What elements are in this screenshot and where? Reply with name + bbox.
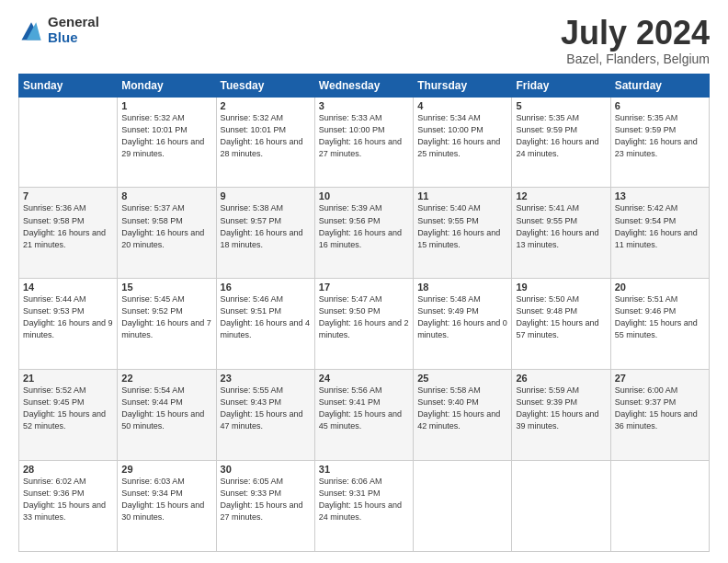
- logo-blue: Blue: [48, 30, 99, 46]
- day-number: 14: [23, 282, 113, 293]
- day-cell: 24 Sunrise: 5:56 AMSunset: 9:41 PMDaylig…: [314, 370, 413, 461]
- day-info: Sunrise: 5:58 AMSunset: 9:40 PMDaylight:…: [417, 385, 507, 432]
- day-info: Sunrise: 5:34 AMSunset: 10:00 PMDaylight…: [417, 112, 507, 160]
- day-number: 19: [516, 282, 606, 293]
- day-cell: 17 Sunrise: 5:47 AMSunset: 9:50 PMDaylig…: [314, 279, 413, 370]
- day-cell: 11 Sunrise: 5:40 AMSunset: 9:55 PMDaylig…: [414, 188, 512, 279]
- day-number: 29: [121, 464, 211, 475]
- day-cell: 29 Sunrise: 6:03 AMSunset: 9:34 PMDaylig…: [118, 461, 216, 552]
- day-cell: 27 Sunrise: 6:00 AMSunset: 9:37 PMDaylig…: [610, 370, 709, 461]
- col-header-sunday: Sunday: [19, 74, 118, 97]
- header: General Blue July 2024 Bazel, Flanders, …: [18, 15, 710, 66]
- day-number: 11: [417, 190, 507, 201]
- day-cell: [610, 461, 709, 552]
- day-info: Sunrise: 5:47 AMSunset: 9:50 PMDaylight:…: [319, 293, 409, 341]
- page: General Blue July 2024 Bazel, Flanders, …: [0, 0, 728, 563]
- calendar-table: SundayMondayTuesdayWednesdayThursdayFrid…: [18, 74, 710, 552]
- day-number: 25: [417, 373, 507, 384]
- day-number: 5: [516, 100, 606, 111]
- day-info: Sunrise: 5:45 AMSunset: 9:52 PMDaylight:…: [121, 293, 211, 341]
- day-cell: 10 Sunrise: 5:39 AMSunset: 9:56 PMDaylig…: [314, 188, 413, 279]
- day-info: Sunrise: 6:00 AMSunset: 9:37 PMDaylight:…: [615, 385, 705, 432]
- day-info: Sunrise: 6:06 AMSunset: 9:31 PMDaylight:…: [319, 476, 409, 523]
- day-cell: 9 Sunrise: 5:38 AMSunset: 9:57 PMDayligh…: [216, 188, 314, 279]
- col-header-monday: Monday: [118, 74, 216, 97]
- day-cell: 4 Sunrise: 5:34 AMSunset: 10:00 PMDaylig…: [414, 97, 512, 188]
- day-info: Sunrise: 5:54 AMSunset: 9:44 PMDaylight:…: [121, 385, 211, 432]
- day-info: Sunrise: 5:56 AMSunset: 9:41 PMDaylight:…: [319, 385, 409, 432]
- day-number: 26: [516, 373, 606, 384]
- day-info: Sunrise: 6:05 AMSunset: 9:33 PMDaylight:…: [221, 476, 311, 523]
- col-header-saturday: Saturday: [610, 74, 709, 97]
- day-cell: 22 Sunrise: 5:54 AMSunset: 9:44 PMDaylig…: [118, 370, 216, 461]
- day-info: Sunrise: 5:37 AMSunset: 9:58 PMDaylight:…: [121, 202, 211, 250]
- logo: General Blue: [18, 15, 99, 45]
- day-number: 22: [121, 373, 211, 384]
- day-number: 31: [319, 464, 409, 475]
- day-cell: 23 Sunrise: 5:55 AMSunset: 9:43 PMDaylig…: [216, 370, 314, 461]
- day-cell: 2 Sunrise: 5:32 AMSunset: 10:01 PMDaylig…: [216, 97, 314, 188]
- week-row-4: 21 Sunrise: 5:52 AMSunset: 9:45 PMDaylig…: [19, 370, 710, 461]
- day-info: Sunrise: 5:44 AMSunset: 9:53 PMDaylight:…: [23, 293, 113, 341]
- day-cell: 12 Sunrise: 5:41 AMSunset: 9:55 PMDaylig…: [512, 188, 610, 279]
- col-header-tuesday: Tuesday: [216, 74, 314, 97]
- day-info: Sunrise: 5:32 AMSunset: 10:01 PMDaylight…: [221, 112, 311, 160]
- day-number: 9: [221, 190, 311, 201]
- location-subtitle: Bazel, Flanders, Belgium: [561, 52, 710, 66]
- day-info: Sunrise: 5:46 AMSunset: 9:51 PMDaylight:…: [221, 293, 311, 341]
- week-row-2: 7 Sunrise: 5:36 AMSunset: 9:58 PMDayligh…: [19, 188, 710, 279]
- day-cell: [19, 97, 118, 188]
- day-info: Sunrise: 5:40 AMSunset: 9:55 PMDaylight:…: [417, 202, 507, 250]
- day-info: Sunrise: 5:51 AMSunset: 9:46 PMDaylight:…: [615, 293, 705, 341]
- day-number: 8: [121, 190, 211, 201]
- day-number: 20: [615, 282, 705, 293]
- day-cell: 26 Sunrise: 5:59 AMSunset: 9:39 PMDaylig…: [512, 370, 610, 461]
- day-cell: 7 Sunrise: 5:36 AMSunset: 9:58 PMDayligh…: [19, 188, 118, 279]
- day-info: Sunrise: 5:55 AMSunset: 9:43 PMDaylight:…: [221, 385, 311, 432]
- day-cell: 3 Sunrise: 5:33 AMSunset: 10:00 PMDaylig…: [314, 97, 413, 188]
- month-year-title: July 2024: [561, 15, 710, 52]
- day-number: 2: [221, 100, 311, 111]
- header-row: SundayMondayTuesdayWednesdayThursdayFrid…: [19, 74, 710, 97]
- day-cell: 28 Sunrise: 6:02 AMSunset: 9:36 PMDaylig…: [19, 461, 118, 552]
- day-cell: 16 Sunrise: 5:46 AMSunset: 9:51 PMDaylig…: [216, 279, 314, 370]
- day-info: Sunrise: 5:59 AMSunset: 9:39 PMDaylight:…: [516, 385, 606, 432]
- logo-general: General: [48, 15, 99, 30]
- day-number: 18: [417, 282, 507, 293]
- day-cell: 30 Sunrise: 6:05 AMSunset: 9:33 PMDaylig…: [216, 461, 314, 552]
- day-cell: 25 Sunrise: 5:58 AMSunset: 9:40 PMDaylig…: [414, 370, 512, 461]
- logo-text: General Blue: [48, 15, 99, 45]
- day-cell: 14 Sunrise: 5:44 AMSunset: 9:53 PMDaylig…: [19, 279, 118, 370]
- day-number: 3: [319, 100, 409, 111]
- day-number: 12: [516, 190, 606, 201]
- day-cell: 5 Sunrise: 5:35 AMSunset: 9:59 PMDayligh…: [512, 97, 610, 188]
- day-cell: 8 Sunrise: 5:37 AMSunset: 9:58 PMDayligh…: [118, 188, 216, 279]
- day-info: Sunrise: 5:33 AMSunset: 10:00 PMDaylight…: [319, 112, 409, 160]
- day-cell: [414, 461, 512, 552]
- day-info: Sunrise: 6:03 AMSunset: 9:34 PMDaylight:…: [121, 476, 211, 523]
- day-cell: 6 Sunrise: 5:35 AMSunset: 9:59 PMDayligh…: [610, 97, 709, 188]
- day-info: Sunrise: 5:38 AMSunset: 9:57 PMDaylight:…: [221, 202, 311, 250]
- day-info: Sunrise: 5:35 AMSunset: 9:59 PMDaylight:…: [516, 112, 606, 160]
- logo-icon: [18, 17, 44, 43]
- day-number: 6: [615, 100, 705, 111]
- day-number: 21: [23, 373, 113, 384]
- day-number: 4: [417, 100, 507, 111]
- day-info: Sunrise: 5:48 AMSunset: 9:49 PMDaylight:…: [417, 293, 507, 341]
- day-cell: 15 Sunrise: 5:45 AMSunset: 9:52 PMDaylig…: [118, 279, 216, 370]
- week-row-3: 14 Sunrise: 5:44 AMSunset: 9:53 PMDaylig…: [19, 279, 710, 370]
- day-info: Sunrise: 5:35 AMSunset: 9:59 PMDaylight:…: [615, 112, 705, 160]
- day-number: 17: [319, 282, 409, 293]
- day-number: 7: [23, 190, 113, 201]
- day-info: Sunrise: 5:50 AMSunset: 9:48 PMDaylight:…: [516, 293, 606, 341]
- day-number: 10: [319, 190, 409, 201]
- day-cell: 18 Sunrise: 5:48 AMSunset: 9:49 PMDaylig…: [414, 279, 512, 370]
- day-number: 1: [121, 100, 211, 111]
- day-number: 28: [23, 464, 113, 475]
- col-header-wednesday: Wednesday: [314, 74, 413, 97]
- col-header-friday: Friday: [512, 74, 610, 97]
- day-info: Sunrise: 5:36 AMSunset: 9:58 PMDaylight:…: [23, 202, 113, 250]
- week-row-5: 28 Sunrise: 6:02 AMSunset: 9:36 PMDaylig…: [19, 461, 710, 552]
- day-number: 27: [615, 373, 705, 384]
- day-cell: 13 Sunrise: 5:42 AMSunset: 9:54 PMDaylig…: [610, 188, 709, 279]
